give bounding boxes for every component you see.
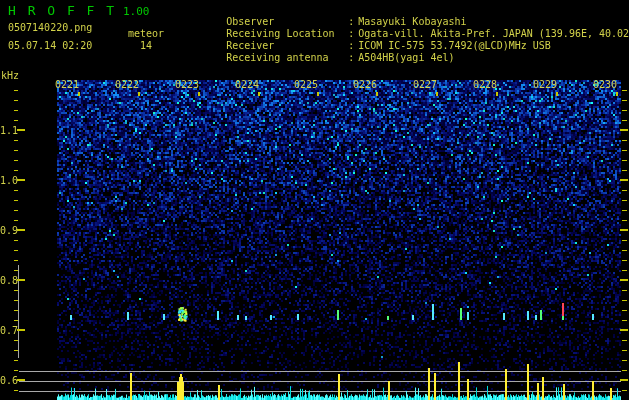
app-version: 1.00 [123,5,150,18]
time-tick-label: 0223 [175,79,199,91]
info-separator: : [348,52,358,64]
info-separator: : [348,16,358,28]
time-tick-label: 0224 [235,79,259,91]
time-tick-label: 0229 [533,79,557,91]
station-info: Observer:Masayuki Kobayashi Receiving Lo… [178,4,629,52]
freq-tick-label: 0.9 [0,225,16,236]
time-tick-label: 0226 [353,79,377,91]
time-tick-label: 0222 [115,79,139,91]
info-label: Receiving antenna [226,52,348,64]
info-value: Masayuki Kobayashi [358,16,466,27]
hrofft-window: H R O F F T 1.00 0507140220.png meteor 0… [0,0,629,400]
freq-axis-unit-label: kHz [1,70,19,81]
meteor-count: 14 [140,40,152,51]
info-value: ICOM IC-575 53.7492(@LCD)MHz USB [358,40,551,51]
datetime-label: 05.07.14 02:20 [8,40,92,51]
time-tick-label: 0225 [294,79,318,91]
freq-tick-label: 1.0 [0,175,16,186]
time-tick-label: 0228 [473,79,497,91]
time-tick-label: 0221 [55,79,79,91]
info-value: Ogata-vill. Akita-Pref. JAPAN (139.96E, … [358,28,629,39]
info-label: Observer [226,16,348,28]
freq-tick-label: 0.6 [0,375,16,386]
freq-tick-label: 0.8 [0,275,16,286]
freq-tick-label: 1.1 [0,125,16,136]
app-title: H R O F F T [8,3,116,18]
mode-label: meteor [128,28,164,39]
info-separator: : [348,28,358,40]
info-separator: : [348,40,358,52]
time-tick-label: 0227 [413,79,437,91]
station-info-row: Observer:Masayuki Kobayashi [178,4,629,16]
output-filename: 0507140220.png [8,22,92,33]
info-value: A504HB(yagi 4el) [358,52,454,63]
info-label: Receiving Location [226,28,348,40]
time-tick-label: 0230 [593,79,617,91]
info-label: Receiver [226,40,348,52]
freq-tick-label: 0.7 [0,325,16,336]
